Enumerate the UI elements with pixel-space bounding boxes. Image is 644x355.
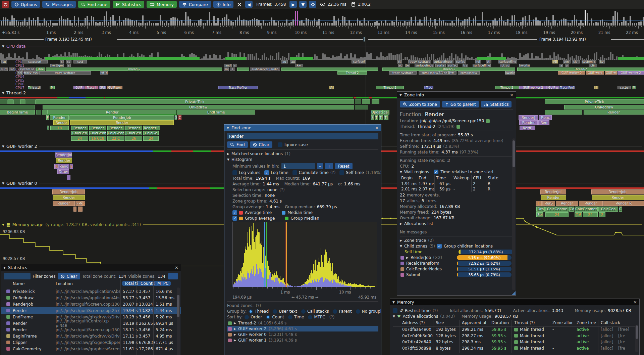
table-row[interactable]: Clipperjni/../jni/src/claw/gfx/geo/Clipp… — [1, 339, 181, 346]
expand-icon[interactable]: ▶ — [227, 152, 229, 156]
timeline-zone[interactable] — [0, 105, 35, 109]
zone-info-scrollbar[interactable] — [512, 138, 515, 290]
memory-button[interactable]: Memory — [147, 1, 177, 8]
timeline-zone[interactable]: 24 — [583, 212, 598, 217]
cpu-zone[interactable]: Tracy Profiler — [218, 86, 258, 89]
group-children-checkbox[interactable]: ✓ — [437, 244, 442, 249]
timeline-zone[interactable]: 26 — [125, 136, 142, 141]
cpu-zone[interactable]: Tracy Profiler — [559, 86, 574, 89]
cpu-zone[interactable]: m — [224, 68, 228, 71]
frame-markers-row[interactable]: Frame 3,193 (22.45 ms)‖Frame 3,194 (13.9… — [0, 36, 644, 43]
cpu-zone[interactable]: composer@2.1-se [Hw — [419, 71, 457, 75]
timeline-zone[interactable]: 9 — [70, 164, 73, 169]
wait-regions-label[interactable]: Wait regions — [404, 170, 429, 174]
collapse-icon[interactable]: ▼ — [227, 158, 229, 161]
time-relative-checkbox[interactable]: ✓ — [434, 170, 438, 174]
radio-option[interactable]: Thread — [249, 309, 269, 314]
cpu-zone[interactable]: surf — [0, 68, 8, 71]
timeline-zone[interactable]: ~Re — [75, 201, 82, 206]
cpu-zone[interactable]: ss — [66, 60, 71, 63]
frame-label[interactable]: Frame 3,193 (22.45 ms) — [45, 37, 92, 42]
timeline-zone[interactable]: RenderJob — [52, 189, 85, 194]
axis-range[interactable]: ← 45.72 ms → — [252, 295, 358, 300]
cpu-zone[interactable]: au — [281, 60, 288, 63]
frame-label[interactable]: Frame 3,194 (13.92 ms) — [539, 37, 586, 42]
cpu-zone[interactable]: kworke — [505, 71, 515, 75]
memory-titlebar[interactable]: ▼ Memory × — [390, 299, 639, 305]
timeline-zone[interactable]: (16 — [575, 212, 582, 217]
cpu-zone[interactable]: tra — [463, 64, 468, 67]
timeline-zone[interactable]: Render — [48, 110, 176, 115]
timeline-zone[interactable] — [372, 99, 379, 104]
cpu-zone[interactable]: Thread-2 — [382, 68, 515, 71]
timeline-zone[interactable]: 24 — [71, 136, 88, 141]
allocation-row[interactable]: 0x7dfc53d8988 bytes298.34 ms59.95 sMain … — [393, 346, 637, 352]
cpu-zone[interactable]: tracy_systrace — [39, 71, 91, 75]
cpu-zone[interactable]: Tir — [28, 86, 32, 89]
timeline-zone[interactable]: Dra — [536, 207, 545, 212]
cpu-zone[interactable]: s — [67, 64, 71, 67]
cpu-zone[interactable]: sel — [17, 71, 23, 75]
timeline-zone[interactable]: -17 — [536, 201, 541, 206]
cpu-zone[interactable]: au — [290, 60, 296, 63]
cpu-zone[interactable]: A — [329, 86, 333, 89]
cpu-zone[interactable]: composer@ — [458, 71, 480, 75]
close-icon[interactable]: × — [510, 92, 514, 97]
min-bin-input[interactable]: 1 — [281, 163, 315, 169]
timeline-zone[interactable]: Render — [592, 195, 644, 200]
timeline-zone[interactable]: RenderJob — [69, 115, 174, 120]
timeline-zone[interactable]: EndFrame — [177, 110, 255, 115]
zone-group-row[interactable]: ▶GUIF worker 0(3,231) 4.48 s — [227, 332, 378, 337]
cpu-zone[interactable]: GUIF wor — [107, 86, 122, 89]
cpu-zone[interactable]: Thread-2 — [517, 68, 644, 71]
option-checkbox[interactable]: Cumulate time(?) — [292, 170, 336, 175]
bin-minus-button[interactable]: - — [317, 163, 323, 169]
cpu-zone[interactable]: cfir — [589, 64, 597, 67]
timeline-zone[interactable]: F — [47, 126, 49, 130]
statistics-button[interactable]: Statistics — [113, 1, 144, 8]
collapse-icon[interactable]: ▼ — [400, 245, 402, 248]
clear-button[interactable]: Clear — [250, 141, 272, 148]
timeline-zone[interactable]: S — [371, 115, 374, 120]
cpu-zone[interactable]: rol — [475, 60, 481, 63]
timeline-zone[interactable] — [73, 207, 77, 212]
clipped-button[interactable] — [168, 273, 178, 279]
cpu-zone[interactable]: kv — [599, 60, 605, 63]
power-button[interactable] — [2, 1, 9, 8]
zone-group-row[interactable]: ▶Thread-2(4,105) 6.46 s — [227, 320, 378, 326]
frame-dropdown-button[interactable]: ▼ — [299, 1, 307, 8]
timeline-zone[interactable] — [78, 207, 82, 212]
radio-option[interactable]: Parent — [333, 309, 352, 314]
timeline-zone[interactable]: RerfF — [520, 126, 535, 130]
cpu-zone[interactable]: GUIF w — [605, 71, 617, 75]
close-icon[interactable]: × — [633, 300, 637, 305]
cpu-zone[interactable]: oti — [486, 60, 491, 63]
cpu-zone[interactable]: rot_d — [100, 71, 108, 75]
timeline-zone[interactable]: Render — [107, 126, 124, 130]
cpu-zone[interactable]: systi — [32, 86, 41, 89]
cpu-data-header[interactable]: ▼CPU data — [2, 44, 642, 49]
collapse-icon[interactable]: ▼ — [400, 170, 402, 174]
timeline-zone[interactable]: CalcGeo — [125, 131, 142, 135]
cpu-zone[interactable]: GUIF w — [547, 86, 559, 89]
close-icon[interactable]: × — [175, 265, 178, 270]
child-zone-row[interactable]: ▶RenderJob(×2)4.16 ms (92.60%) — [400, 255, 513, 260]
collapse-icon[interactable]: ▼ — [393, 315, 395, 318]
radio-option[interactable]: Time — [288, 315, 304, 319]
cpu-zone[interactable]: a — [559, 64, 563, 67]
next-frame-button[interactable]: ▶ — [289, 1, 297, 8]
table-row[interactable]: Renderjni/../jni/src/guif/Control.cp p:3… — [1, 320, 181, 326]
timeline-zone[interactable]: TI — [379, 115, 383, 120]
timeline-zone[interactable]: Render — [541, 195, 566, 200]
radio-option[interactable]: No groupi — [356, 309, 381, 314]
cpu-zone[interactable]: surfac — [455, 60, 467, 63]
timeline-zone[interactable] — [20, 99, 25, 104]
cpu-zone[interactable]: surfacefinge — [415, 64, 434, 67]
zone-info-titlebar[interactable]: ▼ Zone info × — [397, 92, 516, 98]
timeline-zone[interactable] — [25, 99, 36, 104]
tools-icon[interactable] — [236, 2, 243, 7]
statistics-titlebar[interactable]: ▼ Statistics × — [1, 264, 181, 271]
cpu-zone[interactable]: GUIF — [73, 86, 85, 89]
collapse-icon[interactable]: ▼ — [3, 266, 6, 269]
col-name[interactable]: Name — [13, 281, 24, 286]
